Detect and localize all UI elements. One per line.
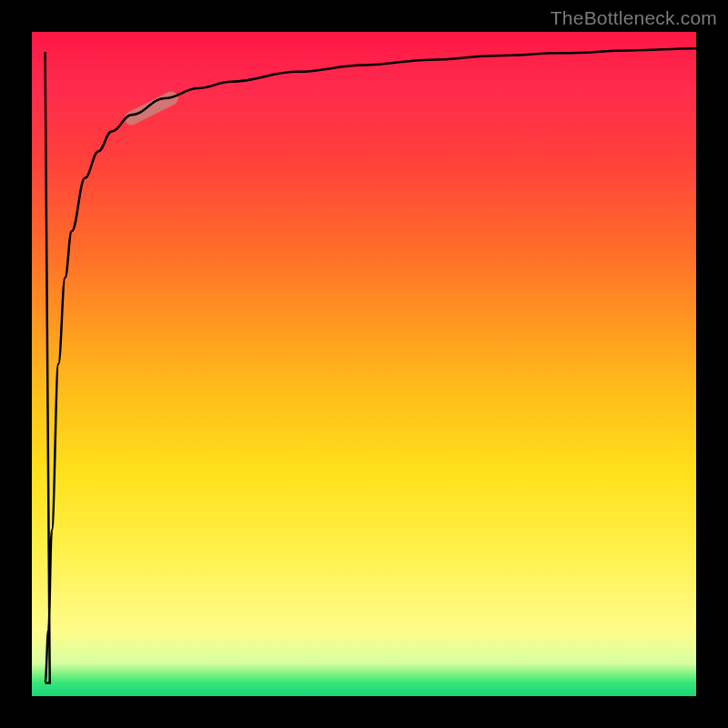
chart-container: TheBottleneck.com — [0, 0, 728, 728]
plot-area — [32, 32, 696, 696]
curve-layer — [32, 32, 696, 696]
highlight-segment — [132, 98, 172, 118]
attribution-text: TheBottleneck.com — [551, 7, 717, 29]
main-curve — [46, 48, 696, 682]
